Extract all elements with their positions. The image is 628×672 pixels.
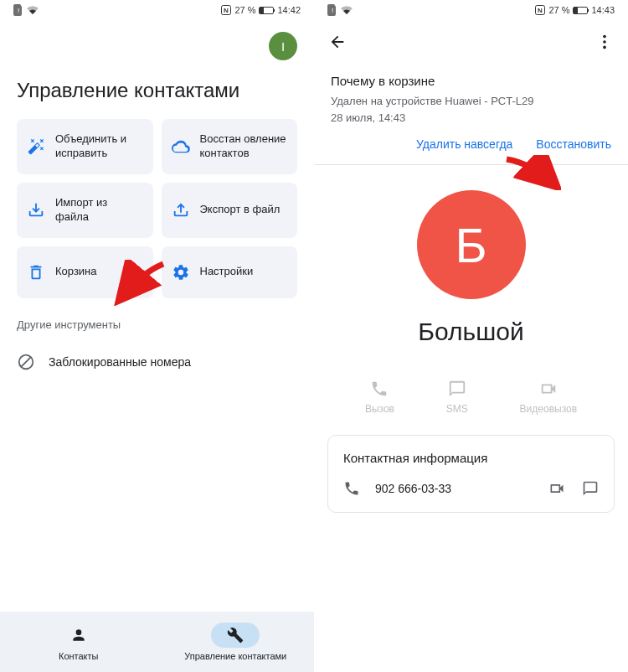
- wrench-icon: [227, 627, 244, 644]
- tile-label: Импорт из файла: [55, 196, 143, 225]
- action-video: Видеовызов: [520, 380, 577, 415]
- tile-label: Объединить и исправить: [55, 132, 143, 161]
- sim-icon: !: [327, 4, 337, 16]
- svg-text:!: !: [332, 7, 333, 14]
- message-icon: [448, 380, 466, 398]
- contact-hero: Б Большой: [314, 165, 628, 371]
- back-button[interactable]: [327, 32, 347, 52]
- contact-name: Большой: [418, 318, 523, 346]
- download-icon: [27, 201, 45, 220]
- battery-icon: [259, 7, 274, 14]
- tile-label: Настройки: [200, 265, 254, 279]
- trash-icon: [27, 263, 45, 282]
- statusbar: ! N 27 % 14:43: [314, 0, 628, 20]
- action-call: Вызов: [365, 380, 394, 415]
- tile-import[interactable]: Импорт из файла: [17, 183, 153, 238]
- phone-row[interactable]: 902 666-03-33: [343, 480, 599, 497]
- trash-detail-line2: 28 июля, 14:43: [331, 110, 611, 127]
- action-label: Видеовызов: [520, 403, 577, 415]
- statusbar: ! N 27 % 14:42: [0, 0, 314, 20]
- more-vert-icon: [595, 33, 614, 51]
- arrow-back-icon: [328, 33, 347, 51]
- wifi-icon: [341, 6, 353, 14]
- svg-point-6: [603, 35, 606, 39]
- svg-point-7: [603, 40, 606, 44]
- phone-number: 902 666-03-33: [375, 482, 533, 495]
- overflow-button[interactable]: [595, 32, 615, 52]
- delete-forever-button[interactable]: Удалить навсегда: [416, 137, 512, 151]
- appbar: [314, 20, 628, 64]
- svg-text:!: !: [18, 7, 19, 14]
- wifi-icon: [27, 6, 39, 14]
- upload-icon: [172, 201, 190, 220]
- phone-icon: [343, 480, 360, 497]
- cloud-restore-icon: [172, 137, 190, 156]
- trash-title: Почему в корзине: [331, 74, 611, 88]
- appbar: I: [0, 20, 314, 72]
- battery-text: 27 %: [548, 5, 569, 15]
- tile-trash[interactable]: Корзина: [17, 246, 153, 298]
- svg-point-8: [603, 46, 606, 49]
- block-icon: [17, 353, 35, 371]
- contact-avatar: Б: [417, 190, 526, 299]
- person-icon: [70, 627, 87, 644]
- videocam-icon: [539, 380, 558, 398]
- nav-manage[interactable]: Управление контактами: [157, 612, 315, 672]
- info-card-title: Контактная информация: [343, 451, 599, 465]
- action-label: SMS: [446, 403, 468, 415]
- nav-label: Управление контактами: [184, 651, 286, 661]
- page-title: Управление контактами: [0, 72, 314, 119]
- nav-contacts[interactable]: Контакты: [0, 612, 157, 672]
- action-sms: SMS: [446, 380, 468, 415]
- section-label: Другие инструменты: [0, 298, 314, 343]
- action-label: Вызов: [365, 403, 394, 415]
- nav-label: Контакты: [59, 651, 99, 661]
- sim-icon: !: [13, 4, 23, 16]
- nfc-icon: N: [221, 5, 231, 15]
- message-icon[interactable]: [582, 480, 599, 497]
- svg-text:N: N: [224, 7, 229, 14]
- battery-text: 27 %: [234, 5, 255, 15]
- gear-icon: [172, 263, 190, 282]
- svg-text:N: N: [538, 7, 543, 14]
- battery-icon: [573, 7, 588, 14]
- videocam-icon[interactable]: [548, 480, 565, 497]
- clock-text: 14:43: [591, 5, 615, 15]
- tile-export[interactable]: Экспорт в файл: [162, 183, 298, 238]
- trash-info: Почему в корзине Удален на устройстве Hu…: [314, 64, 628, 164]
- tile-merge-fix[interactable]: Объединить и исправить: [17, 119, 153, 174]
- action-row: Вызов SMS Видеовызов: [314, 371, 628, 435]
- clock-text: 14:42: [277, 5, 301, 15]
- tile-label: Восстан овление контактов: [200, 132, 288, 161]
- bottom-nav: Контакты Управление контактами: [0, 612, 314, 672]
- tile-label: Корзина: [55, 265, 97, 279]
- screen-manage-contacts: ! N 27 % 14:42 I Управление контактами О…: [0, 0, 314, 672]
- list-label: Заблокированные номера: [49, 355, 191, 369]
- wand-icon: [27, 137, 45, 156]
- restore-button[interactable]: Восстановить: [536, 137, 611, 151]
- phone-icon: [370, 380, 389, 398]
- profile-avatar[interactable]: I: [269, 32, 297, 60]
- tile-label: Экспорт в файл: [200, 203, 281, 217]
- nfc-icon: N: [535, 5, 545, 15]
- screen-deleted-contact: ! N 27 % 14:43 Почему в корзине Удален н…: [314, 0, 628, 672]
- list-item-blocked[interactable]: Заблокированные номера: [0, 343, 314, 381]
- tile-restore-contacts[interactable]: Восстан овление контактов: [162, 119, 298, 174]
- tile-settings[interactable]: Настройки: [162, 246, 298, 298]
- trash-detail-line1: Удален на устройстве Huawei - PCT-L29: [331, 93, 611, 110]
- contact-info-card: Контактная информация 902 666-03-33: [327, 435, 615, 513]
